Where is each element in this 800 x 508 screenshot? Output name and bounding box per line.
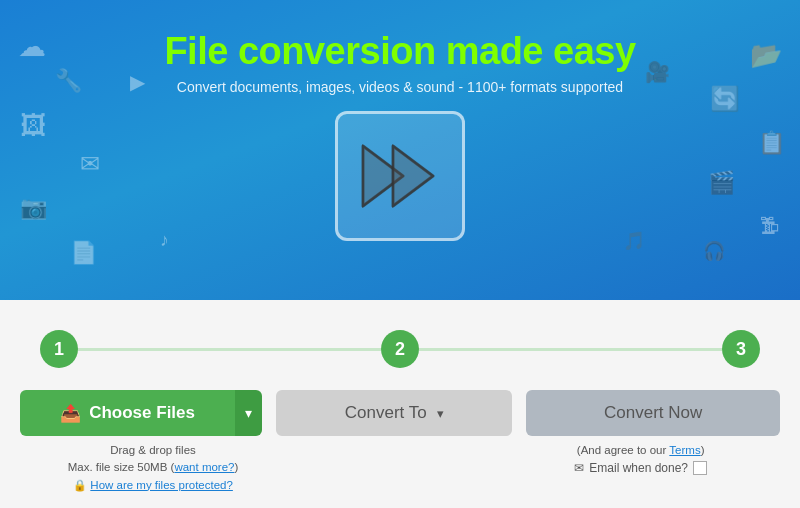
hero-section: ☁ 🔧 🖼 ✉ 📷 📄 ▶ ♪ 📂 🔄 📋 🎬 🗜 🎧 🎥 🎵 File con… xyxy=(0,0,800,300)
email-label: Email when done? xyxy=(589,459,688,477)
deco-icon-email: ✉ xyxy=(80,150,100,178)
deco-icon-refresh: 🔄 xyxy=(710,85,740,113)
deco-icon-wrench: 🔧 xyxy=(55,68,82,94)
deco-icon-folder: 📂 xyxy=(750,40,782,71)
choose-files-label: Choose Files xyxy=(89,403,195,423)
deco-icon-image: 🖼 xyxy=(20,110,46,141)
choose-files-group: 📤 Choose Files ▾ xyxy=(20,390,262,436)
deco-icon-clipboard: 📋 xyxy=(758,130,785,156)
step-line-1-2 xyxy=(78,348,381,351)
step-1-bubble: 1 xyxy=(40,330,78,368)
deco-icon-doc: 📄 xyxy=(70,240,97,266)
upload-icon: 📤 xyxy=(60,403,81,424)
title-plain: File conversion made xyxy=(164,30,553,72)
deco-icon-zip: 🗜 xyxy=(760,215,780,238)
email-when-done-row: ✉ Email when done? xyxy=(501,459,780,477)
protection-row: 🔒 How are my files protected? xyxy=(20,477,286,494)
steps-indicator: 1 2 3 xyxy=(40,330,760,368)
bottom-section: 1 2 3 📤 Choose Files ▾ Convert To ▾ Conv… xyxy=(0,300,800,508)
deco-icon-music: ♪ xyxy=(160,230,169,251)
choose-files-subtext: Drag & drop files Max. file size 50MB (w… xyxy=(20,442,286,494)
page-title: File conversion made easy xyxy=(164,30,635,73)
title-emphasis: easy xyxy=(553,30,636,72)
action-buttons-row: 📤 Choose Files ▾ Convert To ▾ Convert No… xyxy=(20,390,780,436)
deco-icon-video: 🎥 xyxy=(645,60,670,84)
deco-icon-play: ▶ xyxy=(130,70,145,94)
caret-down-icon: ▾ xyxy=(245,405,252,421)
convert-now-label: Convert Now xyxy=(604,403,702,423)
choose-files-button[interactable]: 📤 Choose Files xyxy=(20,390,235,436)
convert-now-button[interactable]: Convert Now xyxy=(526,390,780,436)
hero-logo xyxy=(335,111,465,241)
fast-forward-icon xyxy=(355,136,445,216)
step-2-bubble: 2 xyxy=(381,330,419,368)
deco-icon-note: 🎵 xyxy=(623,230,645,252)
convert-to-label: Convert To xyxy=(345,403,427,423)
convert-now-subtext: (And agree to our Terms) ✉ Email when do… xyxy=(501,442,780,477)
convert-to-button[interactable]: Convert To ▾ xyxy=(276,390,512,436)
subtext-row: Drag & drop files Max. file size 50MB (w… xyxy=(20,442,780,494)
deco-icon-cloud: ☁ xyxy=(18,30,46,63)
max-size-text: Max. file size 50MB (want more?) xyxy=(20,459,286,476)
drag-drop-text: Drag & drop files xyxy=(20,442,286,459)
hero-subtitle: Convert documents, images, videos & soun… xyxy=(177,79,623,95)
step-line-2-3 xyxy=(419,348,722,351)
email-icon: ✉ xyxy=(574,459,584,477)
lock-icon: 🔒 xyxy=(73,479,87,491)
want-more-link[interactable]: want more? xyxy=(174,461,234,473)
svg-marker-3 xyxy=(393,146,433,206)
step-3-bubble: 3 xyxy=(722,330,760,368)
agree-text: (And agree to our Terms) xyxy=(501,442,780,459)
choose-files-caret-button[interactable]: ▾ xyxy=(235,390,262,436)
convert-to-caret-icon: ▾ xyxy=(437,406,444,421)
deco-icon-photo: 📷 xyxy=(20,195,47,221)
deco-icon-film: 🎬 xyxy=(708,170,735,196)
protection-link[interactable]: How are my files protected? xyxy=(90,479,233,491)
email-checkbox[interactable] xyxy=(693,461,707,475)
terms-link[interactable]: Terms xyxy=(669,444,700,456)
deco-icon-headphone: 🎧 xyxy=(703,240,725,262)
